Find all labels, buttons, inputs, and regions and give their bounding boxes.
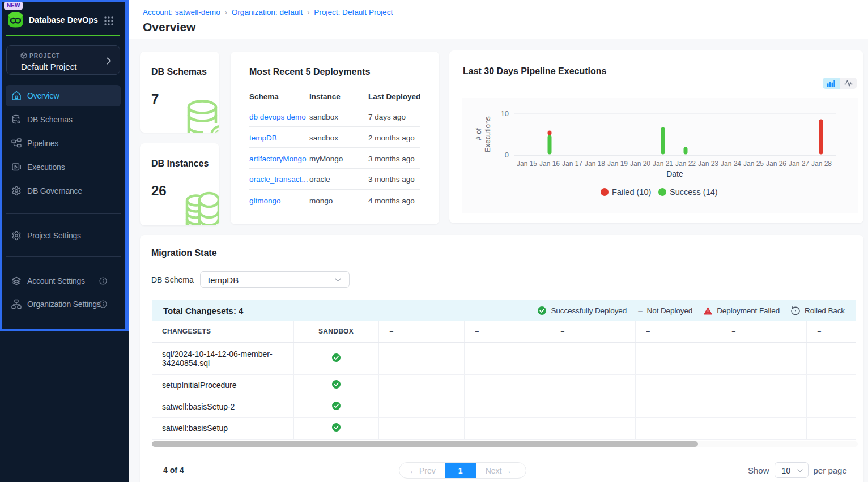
svg-text:0: 0 — [505, 151, 509, 159]
svg-text:Date: Date — [666, 169, 683, 178]
svg-text:Jan 18: Jan 18 — [585, 160, 605, 168]
svg-text:Jan 24: Jan 24 — [721, 160, 741, 168]
svg-text:Jan 25: Jan 25 — [743, 160, 764, 168]
svg-text:Success (14): Success (14) — [670, 187, 718, 197]
svg-text:Jan 16: Jan 16 — [539, 160, 560, 168]
svg-text:Jan 17: Jan 17 — [562, 160, 582, 168]
svg-text:# of: # of — [474, 128, 483, 140]
svg-text:Jan 20: Jan 20 — [630, 160, 650, 168]
svg-text:Executions: Executions — [483, 116, 492, 152]
svg-text:Jan 27: Jan 27 — [789, 160, 809, 168]
svg-text:Jan 22: Jan 22 — [675, 160, 696, 168]
svg-text:Jan 26: Jan 26 — [766, 160, 786, 168]
svg-text:Jan 21: Jan 21 — [653, 160, 673, 168]
svg-text:Jan 23: Jan 23 — [698, 160, 718, 168]
svg-text:Failed (10): Failed (10) — [612, 187, 651, 197]
svg-text:10: 10 — [501, 109, 509, 118]
svg-text:Jan 15: Jan 15 — [517, 160, 537, 168]
svg-text:Jan 28: Jan 28 — [811, 160, 832, 168]
svg-text:Jan 19: Jan 19 — [607, 160, 628, 168]
